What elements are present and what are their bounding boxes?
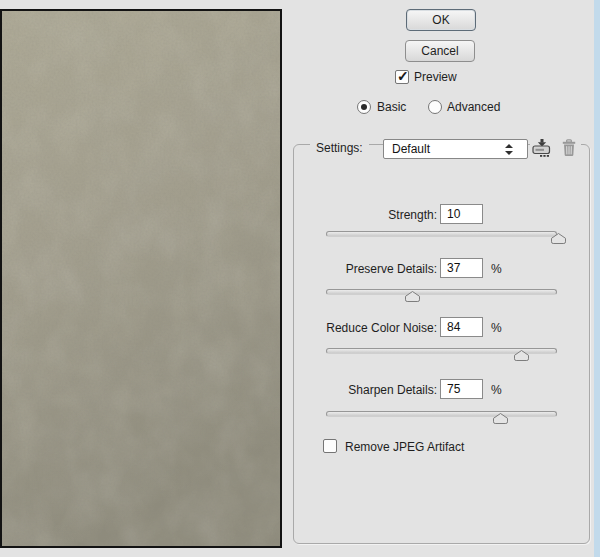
ok-button[interactable]: OK — [406, 9, 476, 31]
settings-preset-select[interactable]: Default — [383, 139, 528, 159]
save-preset-icon — [532, 139, 553, 157]
advanced-radio-label: Advanced — [447, 101, 500, 114]
advanced-radio[interactable] — [428, 100, 442, 114]
settings-icon-tray — [530, 136, 581, 160]
cancel-button[interactable]: Cancel — [405, 40, 475, 62]
settings-label: Settings: — [310, 140, 369, 157]
reduce-color-noise-unit: % — [491, 322, 502, 335]
strength-input[interactable] — [440, 204, 483, 224]
preserve-details-unit: % — [491, 263, 502, 276]
basic-radio-label: Basic — [377, 101, 406, 114]
page-background-strip — [594, 0, 600, 557]
strength-slider-track[interactable] — [326, 231, 557, 237]
settings-preset-value: Default — [392, 142, 430, 156]
reduce-color-noise-input[interactable] — [440, 317, 483, 337]
strength-label: Strength: — [313, 209, 437, 222]
preserve-details-label: Preserve Details: — [313, 263, 437, 276]
sharpen-details-slider-track[interactable] — [326, 411, 557, 417]
basic-radio[interactable] — [357, 100, 371, 114]
reduce-noise-dialog: OK Cancel Preview Basic Advanced Setting… — [0, 0, 600, 557]
reduce-color-noise-slider-track[interactable] — [326, 348, 557, 354]
slider-handle[interactable] — [405, 291, 420, 302]
sharpen-details-input[interactable] — [440, 379, 483, 399]
preserve-details-input[interactable] — [440, 258, 483, 278]
noise-texture-image — [2, 11, 280, 546]
updown-arrows-icon — [505, 143, 513, 156]
sharpen-details-unit: % — [491, 384, 502, 397]
reduce-color-noise-label: Reduce Color Noise: — [313, 322, 437, 335]
preview-checkbox[interactable] — [395, 70, 409, 84]
remove-jpeg-checkbox[interactable] — [323, 439, 337, 453]
save-preset-button[interactable] — [532, 139, 553, 157]
delete-preset-button[interactable] — [558, 139, 579, 157]
preview-label: Preview — [414, 71, 457, 84]
image-preview — [0, 9, 282, 548]
slider-handle[interactable] — [551, 233, 566, 244]
trash-icon — [562, 139, 576, 157]
sharpen-details-label: Sharpen Details: — [313, 384, 437, 397]
slider-handle[interactable] — [493, 413, 508, 424]
slider-handle[interactable] — [514, 350, 529, 361]
remove-jpeg-label: Remove JPEG Artifact — [345, 441, 464, 454]
preserve-details-slider-track[interactable] — [326, 289, 557, 295]
